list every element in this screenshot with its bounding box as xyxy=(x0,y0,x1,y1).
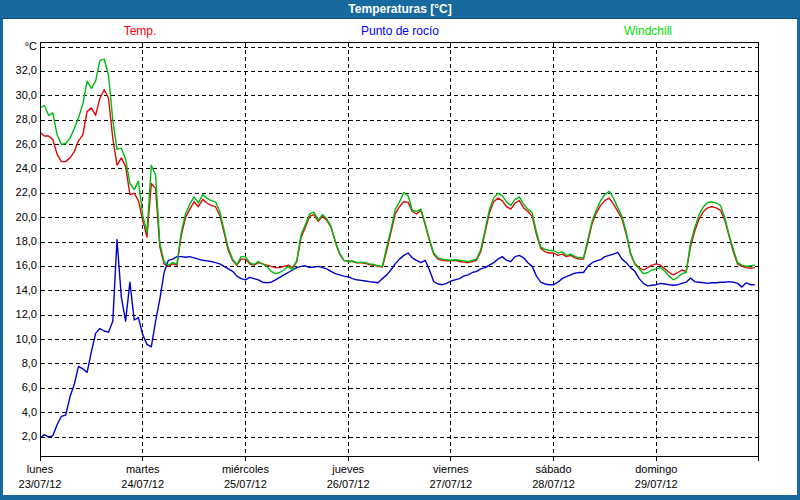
plot-border xyxy=(41,43,759,457)
legend-windchill-label: Windchill xyxy=(588,24,708,38)
x-axis-date: 25/07/12 xyxy=(200,477,290,492)
x-axis-label: viernes27/07/12 xyxy=(406,462,496,492)
x-axis-date: 27/07/12 xyxy=(406,477,496,492)
y-tick-label: 28,0 xyxy=(0,113,37,125)
x-axis-day-name: martes xyxy=(98,462,188,477)
x-axis-day-name: miércoles xyxy=(200,462,290,477)
window-title: Temperaturas [°C] xyxy=(348,2,451,16)
series-line-temp xyxy=(40,90,755,275)
series-line-dew_point xyxy=(40,240,755,439)
chart-window: Temperaturas [°C] Temp. Punto de rocío W… xyxy=(0,0,800,500)
y-tick-label: 30,0 xyxy=(0,89,37,101)
y-axis-unit-label: °C xyxy=(0,40,37,52)
x-axis-day-name: lunes xyxy=(0,462,85,477)
y-tick-label: 26,0 xyxy=(0,138,37,150)
x-axis-date: 23/07/12 xyxy=(0,477,85,492)
y-tick-label: 12,0 xyxy=(0,308,37,320)
y-tick-label: 18,0 xyxy=(0,235,37,247)
y-tick-label: 20,0 xyxy=(0,211,37,223)
y-tick-label: 4,0 xyxy=(0,406,37,418)
y-tick-label: 22,0 xyxy=(0,186,37,198)
y-tick-label: 14,0 xyxy=(0,284,37,296)
x-axis-date: 26/07/12 xyxy=(303,477,393,492)
x-axis-day-name: domingo xyxy=(611,462,701,477)
window-titlebar[interactable]: Temperaturas [°C] xyxy=(0,0,800,19)
y-tick-label: 6,0 xyxy=(0,381,37,393)
y-tick-label: 2,0 xyxy=(0,430,37,442)
y-tick-label: 32,0 xyxy=(0,64,37,76)
x-axis-label: miércoles25/07/12 xyxy=(200,462,290,492)
y-tick-label: 8,0 xyxy=(0,357,37,369)
x-axis-label: jueves26/07/12 xyxy=(303,462,393,492)
x-axis-day-name: viernes xyxy=(406,462,496,477)
x-axis-date: 28/07/12 xyxy=(509,477,599,492)
legend-temp-label: Temp. xyxy=(80,24,200,38)
y-tick-label: 16,0 xyxy=(0,259,37,271)
y-tick-label: 10,0 xyxy=(0,333,37,345)
y-tick-label: 24,0 xyxy=(0,162,37,174)
x-axis-date: 24/07/12 xyxy=(98,477,188,492)
x-axis-label: martes24/07/12 xyxy=(98,462,188,492)
legend-dew-point-label: Punto de rocío xyxy=(320,24,480,38)
x-axis-date: 29/07/12 xyxy=(611,477,701,492)
plot-svg xyxy=(40,42,760,462)
series-line-windchill xyxy=(40,59,755,280)
x-axis-day-name: jueves xyxy=(303,462,393,477)
x-axis-label: domingo29/07/12 xyxy=(611,462,701,492)
x-axis-day-name: sábado xyxy=(509,462,599,477)
x-axis-label: lunes23/07/12 xyxy=(0,462,85,492)
x-axis-label: sábado28/07/12 xyxy=(509,462,599,492)
